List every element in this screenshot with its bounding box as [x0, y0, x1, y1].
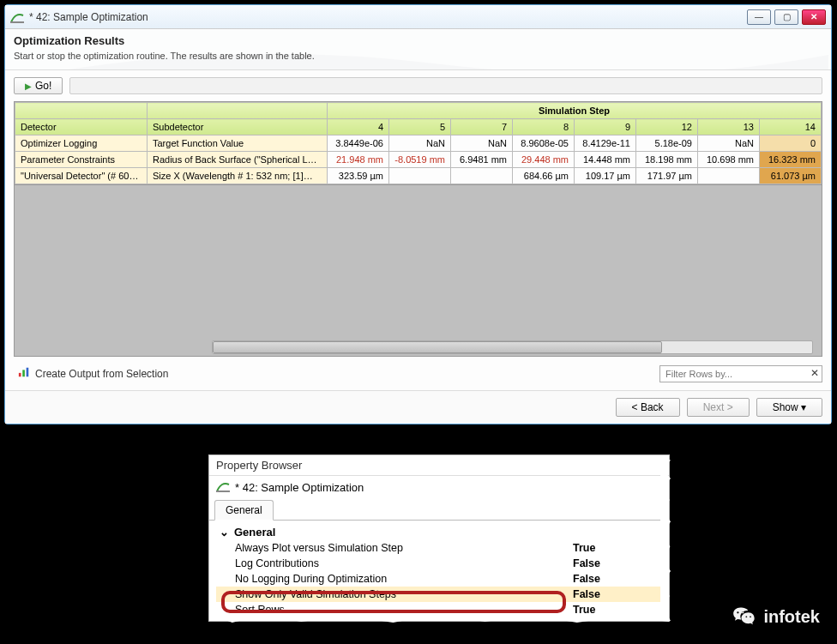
- col-step[interactable]: 9: [575, 119, 636, 135]
- cell-value[interactable]: NaN: [451, 135, 513, 152]
- cell-value[interactable]: 8.4129e-11: [575, 135, 636, 152]
- col-step[interactable]: 7: [451, 119, 513, 135]
- cell-value[interactable]: 109.17 µm: [575, 168, 636, 184]
- cell-value[interactable]: -8.0519 mm: [389, 152, 451, 168]
- watermark: infotek: [732, 605, 820, 629]
- cell-detector[interactable]: Optimizer Logging: [15, 135, 148, 152]
- col-step[interactable]: 13: [698, 119, 760, 135]
- header-description: Start or stop the optimization routine. …: [14, 51, 822, 61]
- cell-value[interactable]: 323.59 µm: [328, 168, 389, 184]
- property-name: Show Only Valid Simulation Steps: [235, 588, 573, 600]
- table-row[interactable]: Parameter ConstraintsRadius of Back Surf…: [15, 152, 822, 168]
- horizontal-scrollbar[interactable]: [212, 340, 813, 354]
- header-panel: Optimization Results Start or stop the o…: [5, 29, 831, 70]
- property-name: Sort Rows: [235, 604, 573, 616]
- cell-value[interactable]: 6.9481 mm: [451, 152, 513, 168]
- group-label: General: [234, 526, 275, 539]
- clear-filter-icon[interactable]: ✕: [810, 367, 819, 379]
- property-row[interactable]: Log ContributionsFalse: [216, 556, 662, 571]
- cell-value[interactable]: [389, 168, 451, 184]
- cell-value[interactable]: NaN: [698, 135, 760, 152]
- create-output-button[interactable]: Create Output from Selection: [14, 364, 172, 383]
- property-group[interactable]: ⌄ General: [216, 524, 662, 540]
- table-row[interactable]: "Universal Detector" (# 600…Size X (Wave…: [15, 168, 822, 184]
- svg-rect-0: [10, 21, 24, 23]
- cell-detector[interactable]: Parameter Constraints: [15, 152, 148, 168]
- col-step[interactable]: 4: [328, 119, 389, 135]
- header-title: Optimization Results: [14, 34, 822, 47]
- cell-detector[interactable]: "Universal Detector" (# 600…: [15, 168, 148, 184]
- header-corner: [15, 103, 148, 119]
- next-button[interactable]: Next >: [687, 398, 750, 417]
- property-row[interactable]: Always Plot versus Simulation StepTrue: [216, 540, 662, 556]
- cell-value[interactable]: NaN: [389, 135, 451, 152]
- svg-rect-2: [22, 370, 25, 376]
- svg-rect-4: [216, 491, 230, 492]
- property-value[interactable]: False: [573, 588, 659, 600]
- cell-value[interactable]: 61.073 µm: [760, 168, 822, 184]
- property-value[interactable]: False: [573, 557, 659, 569]
- cell-value[interactable]: 14.448 mm: [575, 152, 636, 168]
- col-subdetector[interactable]: Subdetector: [148, 119, 328, 135]
- app-icon: [216, 479, 230, 496]
- property-name: No Logging During Optimization: [235, 573, 573, 585]
- chart-icon: [18, 366, 30, 381]
- cell-value[interactable]: 10.698 mm: [698, 152, 760, 168]
- property-row[interactable]: Show Only Valid Simulation StepsFalse: [216, 587, 662, 602]
- property-browser-window: Property Browser * 42: Sample Optimizati…: [208, 454, 670, 622]
- chevron-down-icon: ⌄: [220, 526, 229, 539]
- cell-value[interactable]: 18.198 mm: [636, 152, 698, 168]
- cell-subdetector[interactable]: Radius of Back Surface ("Spherical L…: [148, 152, 328, 168]
- col-step[interactable]: 12: [636, 119, 698, 135]
- optimization-window: * 42: Sample Optimization — ▢ ✕ Optimiza…: [4, 4, 832, 424]
- col-step[interactable]: 14: [760, 119, 822, 135]
- property-value[interactable]: True: [573, 604, 659, 616]
- cell-value[interactable]: [451, 168, 513, 184]
- cell-value[interactable]: 5.18e-09: [636, 135, 698, 152]
- property-name: Always Plot versus Simulation Step: [235, 542, 573, 554]
- scrollbar-thumb[interactable]: [213, 341, 662, 353]
- property-value[interactable]: False: [573, 573, 659, 585]
- cell-value[interactable]: 0: [760, 135, 822, 152]
- cell-value[interactable]: 21.948 mm: [328, 152, 389, 168]
- property-browser-title: Property Browser: [209, 455, 669, 476]
- col-step[interactable]: 8: [513, 119, 575, 135]
- results-grid[interactable]: Simulation Step Detector Subdetector 4 5…: [14, 101, 822, 357]
- show-button[interactable]: Show ▾: [756, 398, 822, 417]
- close-button[interactable]: ✕: [802, 9, 826, 25]
- progress-bar: [69, 77, 822, 94]
- property-value[interactable]: True: [573, 542, 659, 554]
- cell-value[interactable]: 3.8449e-06: [328, 135, 389, 152]
- go-label: Go!: [35, 80, 51, 92]
- cell-subdetector[interactable]: Size X (Wavelength # 1: 532 nm; [1]…: [148, 168, 328, 184]
- svg-rect-3: [27, 368, 29, 377]
- cell-value[interactable]: 29.448 mm: [513, 152, 575, 168]
- svg-rect-1: [19, 373, 21, 376]
- col-detector[interactable]: Detector: [15, 119, 148, 135]
- window-title: * 42: Sample Optimization: [29, 11, 747, 23]
- play-icon: ▶: [25, 81, 32, 91]
- titlebar[interactable]: * 42: Sample Optimization — ▢ ✕: [5, 5, 831, 29]
- app-icon: [10, 10, 24, 24]
- tab-general[interactable]: General: [214, 500, 274, 521]
- property-row[interactable]: No Logging During OptimizationFalse: [216, 571, 662, 587]
- cell-value[interactable]: 684.66 µm: [513, 168, 575, 184]
- cell-subdetector[interactable]: Target Function Value: [148, 135, 328, 152]
- header-corner: [148, 103, 328, 119]
- wechat-icon: [732, 605, 756, 629]
- filter-input[interactable]: [659, 365, 822, 382]
- property-name: Log Contributions: [235, 557, 573, 569]
- grid-empty-area: [15, 184, 822, 356]
- watermark-text: infotek: [763, 607, 820, 627]
- col-step[interactable]: 5: [389, 119, 451, 135]
- column-group-header: Simulation Step: [328, 103, 822, 119]
- maximize-button[interactable]: ▢: [774, 9, 798, 25]
- go-button[interactable]: ▶ Go!: [14, 77, 63, 94]
- cell-value[interactable]: 8.9608e-05: [513, 135, 575, 152]
- minimize-button[interactable]: —: [747, 9, 771, 25]
- table-row[interactable]: Optimizer LoggingTarget Function Value3.…: [15, 135, 822, 152]
- cell-value[interactable]: 171.97 µm: [636, 168, 698, 184]
- back-button[interactable]: < Back: [616, 398, 680, 417]
- cell-value[interactable]: [698, 168, 760, 184]
- cell-value[interactable]: 16.323 mm: [760, 152, 822, 168]
